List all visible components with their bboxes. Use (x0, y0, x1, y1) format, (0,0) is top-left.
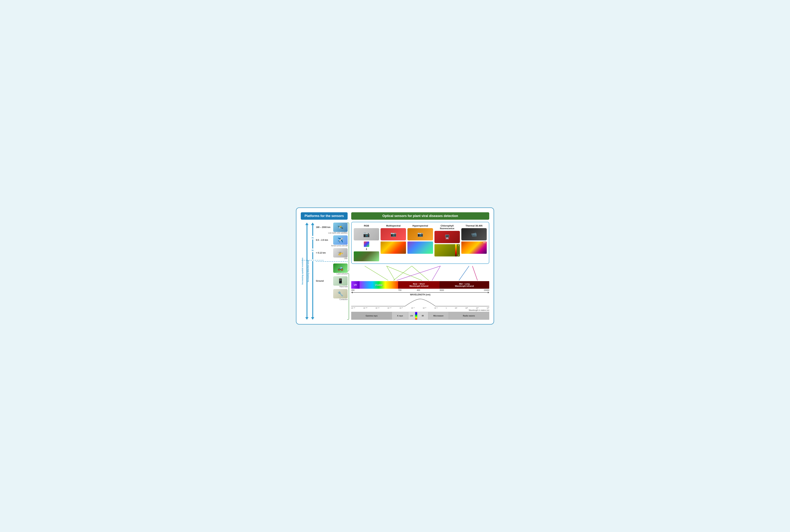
platform-land-vehicles: 🚜 Land vehicles (316, 264, 348, 275)
svg-line-4 (412, 266, 428, 280)
green-bracket-aerial (347, 223, 349, 271)
em-visible-stripe (415, 312, 417, 320)
svg-line-0 (365, 266, 388, 280)
em-scale-row: 10⁻¹⁶ 10⁻¹⁴ 10⁻¹² 10⁻¹⁰ 10⁻⁸ 10⁻⁶ 10⁻⁴ 1… (351, 307, 489, 309)
em-scale-0: 10⁻¹⁶ (351, 307, 355, 309)
em-bar: Gamma rays X rays UV IR Microwave Radio … (351, 312, 489, 320)
em-radio-segment: Radio waves (449, 312, 489, 320)
platforms-list: 180 – 2000 km 🛰️ Low earth orbit satelli… (316, 223, 348, 320)
sensor-rgb: RGB 📷 ⬇ (354, 224, 379, 261)
mwir-segment: Mid – LongWavelength Infrared (440, 281, 489, 289)
sensor-hyperspectral: Hyperspectral 📷 (407, 224, 433, 261)
platform-uav: < 0.12 km 🚁 UAV (316, 248, 348, 260)
em-scale-10: 10⁴ (465, 307, 468, 309)
svg-line-7 (459, 266, 469, 280)
contacted-image: 🔧 (333, 289, 348, 299)
left-panel: Platforms for the sensors Increasing spa… (301, 212, 348, 320)
uav-label: < 0.12 km (316, 252, 332, 254)
rgb-title: RGB (364, 224, 369, 227)
detection-arrow-up (311, 223, 314, 225)
platform-aircraft: 0.5 – 2.5 km ✈️ Aerial survey aircraft (316, 235, 348, 247)
chlorophyll-title: Chlorophyll fluorescence (435, 224, 460, 230)
thermal-camera-img: 📹 (461, 228, 487, 241)
connector-lines-svg (351, 266, 489, 280)
chloro-colorbar (455, 244, 457, 256)
rgb-bottom: ⬇ (354, 242, 379, 261)
em-scale-7: 10⁻² (434, 307, 438, 309)
rgb-arrow-down: ⬇ (365, 247, 368, 251)
chlorophyll-camera-img: 🖥️ (435, 231, 460, 243)
detection-arrow-down (311, 317, 314, 320)
em-scale-8: 1 (446, 307, 447, 309)
wavelength-bar-container: UV Visible Near – ShortWavelength Infrar… (351, 281, 489, 297)
wl-num-700: 700 (398, 289, 401, 291)
bell-curve-container (351, 298, 489, 307)
wl-num-280: 280 (351, 289, 354, 291)
wavelength-arrow-line (351, 292, 489, 293)
uav-name: UAV (316, 258, 348, 260)
wavelength-bar: UV Visible Near – ShortWavelength Infrar… (351, 281, 489, 289)
visible-segment: Visible (360, 281, 398, 289)
wl-num-400: 400 (417, 289, 420, 291)
green-bracket-ground (347, 273, 349, 320)
em-scale-2: 10⁻¹² (375, 307, 379, 309)
svg-line-2 (387, 266, 422, 280)
platforms-wrapper: Increasing spatial resolution Increasing… (301, 223, 348, 320)
detection-shaft-3 (312, 252, 313, 259)
aircraft-name: Aerial survey aircraft (316, 245, 348, 247)
em-scale-11: 10⁶ (476, 307, 479, 309)
em-xray-segment: X rays (392, 312, 408, 320)
sensor-multispectral: Multispectral 📷 (381, 224, 406, 261)
em-scale-1: 10⁻¹⁴ (363, 307, 367, 309)
em-uv-segment: UV (408, 312, 415, 320)
right-title: Optical sensors for plant viral diseases… (351, 212, 489, 220)
wl-num-3000: 3000 (440, 289, 444, 291)
svg-line-8 (473, 266, 478, 280)
spatial-resolution-label: Increasing spatial resolution (301, 223, 304, 320)
em-ir-segment: IR (417, 312, 428, 320)
detection-arrows-col: Increasing detection area ≈ ≈ (310, 223, 315, 320)
detection-shaft-1 (312, 225, 313, 236)
handheld-name: Hand held (316, 286, 348, 288)
aircraft-image: ✈️ (333, 235, 348, 245)
em-microwave-segment: Microwave (428, 312, 449, 320)
land-vehicle-image: 🚜 (333, 264, 348, 273)
rgb-output-img (354, 251, 379, 261)
ground-label: Ground (316, 280, 332, 282)
em-spectrum-section: 10⁻¹⁶ 10⁻¹⁴ 10⁻¹² 10⁻¹⁰ 10⁻⁸ 10⁻⁶ 10⁻⁴ 1… (351, 298, 489, 320)
nir-segment: Near – ShortWavelength Infrared (398, 281, 440, 289)
thermal-output-img: 38.6 (461, 242, 487, 254)
main-container: Platforms for the sensors Increasing spa… (296, 207, 494, 325)
land-vehicle-name: Land vehicles (316, 273, 348, 275)
multispectral-camera-img: 📷 (381, 228, 406, 241)
chloro-scale-max: 1 (458, 245, 459, 246)
multispectral-output-img (381, 242, 406, 254)
satellite-label: 180 – 2000 km (316, 226, 332, 229)
contacted-name: Contacted (316, 299, 348, 300)
multispectral-title: Multispectral (386, 224, 401, 227)
sensor-thermal: Thermal 38.405 📹 38.6 (461, 224, 487, 261)
right-panel: Optical sensors for plant viral diseases… (351, 212, 489, 320)
aircraft-label: 0.5 – 2.5 km (316, 239, 332, 241)
hyperspectral-camera-img: 📷 (407, 228, 433, 241)
spectrum-section: UV Visible Near – ShortWavelength Infrar… (351, 266, 489, 320)
thermal-title: Thermal 38.405 (465, 224, 482, 227)
em-scale-9: 10² (455, 307, 457, 309)
platform-satellite: 180 – 2000 km 🛰️ Low earth orbit satelli… (316, 223, 348, 234)
em-scale-3: 10⁻¹⁰ (387, 307, 391, 309)
left-title: Platforms for the sensors (301, 212, 348, 220)
em-gamma-segment: Gamma rays (351, 312, 392, 320)
em-scale-5: 10⁻⁶ (411, 307, 415, 309)
wl-num-15000: 15000 (484, 289, 489, 291)
satellite-image: 🛰️ (333, 223, 348, 232)
satellite-name: Low earth orbit satellites (316, 232, 348, 234)
hyperspectral-output-img (407, 242, 433, 254)
detection-shaft-2 (312, 240, 313, 248)
rgb-camera-img: 📷 (354, 228, 379, 241)
em-scale-4: 10⁻⁸ (400, 307, 403, 309)
uav-image: 🚁 (333, 248, 348, 258)
rgb-cube (364, 242, 369, 247)
svg-line-6 (432, 266, 440, 280)
wavelength-label: WAVELENGTH (nm) (351, 293, 489, 296)
hyperspectral-title: Hyperspectral (412, 224, 428, 227)
